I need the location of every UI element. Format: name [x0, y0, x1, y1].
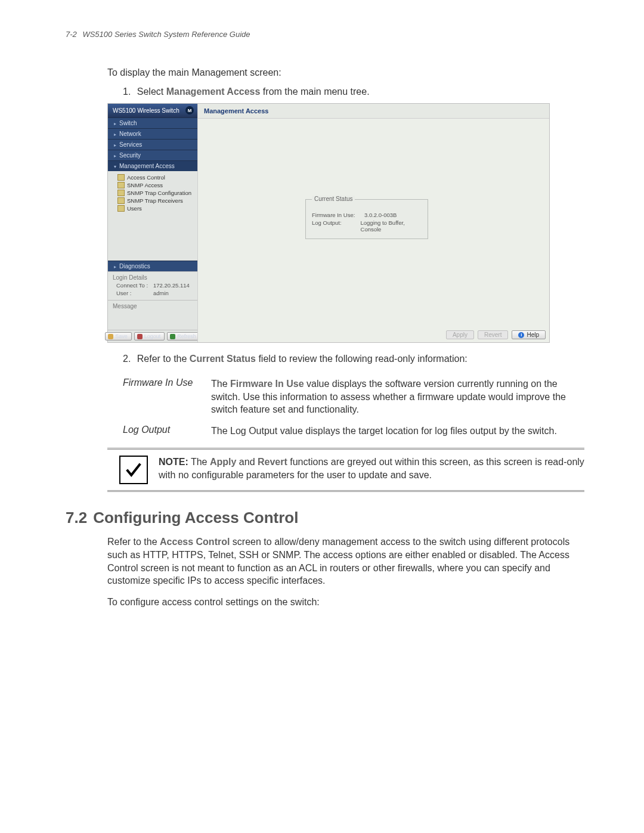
- save-button[interactable]: Save: [105, 332, 132, 340]
- user-value: admin: [153, 290, 169, 296]
- note-text: NOTE: The Apply and Revert functions are…: [159, 456, 584, 481]
- sidebar-item-switch[interactable]: Switch: [108, 117, 197, 128]
- content-pane: Management Access Current Status Firmwar…: [197, 104, 549, 342]
- revert-button: Revert: [478, 330, 508, 339]
- step-2-pre: Refer to the: [137, 354, 190, 364]
- section-para-bold: Access Control: [160, 537, 230, 547]
- status-legend: Current Status: [312, 196, 355, 202]
- sidebar-item-diagnostics[interactable]: Diagnostics: [108, 261, 197, 271]
- product-title: WS5100 Wireless Switch: [113, 107, 179, 114]
- section-paragraph-1: Refer to the Access Control screen to al…: [107, 535, 584, 587]
- sidebar-button-row: Save Logout Refresh: [108, 330, 197, 342]
- def-firmware-term: Firmware In Use: [123, 377, 205, 416]
- sidebar-item-network[interactable]: Network: [108, 128, 197, 139]
- tree-item-snmp-trap-receivers[interactable]: SNMP Trap Receivers: [112, 197, 194, 205]
- help-label: Help: [527, 332, 539, 338]
- logout-button[interactable]: Logout: [134, 332, 165, 340]
- tree-item-snmp-trap-config[interactable]: SNMP Trap Configuration: [112, 189, 194, 197]
- product-title-bar: WS5100 Wireless Switch M: [108, 104, 197, 117]
- intro-text: To display the main Management screen:: [107, 67, 584, 78]
- content-button-row: Apply Revert iHelp: [446, 330, 546, 339]
- folder-icon: [117, 182, 125, 188]
- logout-label: Logout: [144, 333, 161, 339]
- section-number: 7.2: [66, 509, 87, 527]
- logout-icon: [137, 334, 143, 339]
- connect-to-value: 172.20.25.114: [153, 282, 190, 289]
- step-1-number: 1.: [123, 86, 131, 97]
- step-2-number: 2.: [123, 354, 131, 364]
- folder-icon: [117, 197, 125, 204]
- note-revert: Revert: [258, 457, 287, 467]
- tree-item-snmp-access[interactable]: SNMP Access: [112, 181, 194, 189]
- save-label: Save: [115, 333, 128, 339]
- message-panel: Message: [108, 300, 197, 330]
- sidebar-item-services[interactable]: Services: [108, 139, 197, 150]
- step-2: 2. Refer to the Current Status field to …: [123, 354, 584, 364]
- current-status-box: Current Status Firmware In Use: 3.0.2.0-…: [305, 199, 428, 239]
- content-title: Management Access: [198, 104, 549, 119]
- note-lead: NOTE:: [159, 457, 188, 467]
- user-label: User :: [116, 290, 150, 296]
- brand-logo-icon: M: [185, 106, 194, 114]
- log-output-value: Logging to Buffer, Console: [361, 219, 422, 233]
- folder-icon: [117, 174, 125, 181]
- def-logoutput-value: The Log Output value displays the target…: [211, 425, 584, 438]
- step-1-post: from the main menu tree.: [260, 86, 369, 97]
- step-1: 1. Select Management Access from the mai…: [123, 86, 584, 97]
- refresh-label: Refresh: [177, 333, 196, 339]
- def-firmware-bold: Firmware In Use: [230, 379, 304, 389]
- sidebar-item-management-access[interactable]: Management Access: [108, 160, 197, 171]
- save-icon: [108, 334, 113, 339]
- apply-button: Apply: [446, 330, 474, 339]
- step-1-bold: Management Access: [166, 86, 261, 97]
- app-window: WS5100 Wireless Switch M Switch Network …: [107, 103, 550, 343]
- info-icon: i: [518, 332, 524, 338]
- firmware-label: Firmware In Use:: [312, 212, 358, 218]
- log-output-label: Log Output:: [312, 219, 355, 233]
- def-firmware-value: The Firmware In Use value displays the s…: [211, 377, 584, 416]
- page-number: 7-2: [66, 30, 77, 39]
- step-1-pre: Select: [137, 86, 166, 97]
- section-heading: 7.2Configuring Access Control: [66, 509, 584, 527]
- tree-item-access-control[interactable]: Access Control: [112, 174, 194, 181]
- folder-icon: [117, 190, 125, 196]
- sidebar-item-security[interactable]: Security: [108, 150, 197, 160]
- sidebar-tree: Access Control SNMP Access SNMP Trap Con…: [108, 171, 197, 216]
- note-apply: Apply: [210, 457, 236, 467]
- section-title: Configuring Access Control: [93, 509, 298, 527]
- login-details-title: Login Details: [113, 274, 193, 281]
- definition-table: Firmware In Use The Firmware In Use valu…: [123, 377, 584, 437]
- tree-label: SNMP Trap Configuration: [127, 190, 191, 196]
- tree-label: SNMP Trap Receivers: [127, 197, 183, 204]
- help-button[interactable]: iHelp: [512, 330, 546, 339]
- running-header: 7-2 WS5100 Series Switch System Referenc…: [66, 30, 584, 39]
- refresh-button[interactable]: Refresh: [167, 332, 200, 340]
- sidebar: WS5100 Wireless Switch M Switch Network …: [108, 104, 197, 342]
- step-2-bold: Current Status: [190, 354, 256, 364]
- note-box: NOTE: The Apply and Revert functions are…: [107, 448, 584, 492]
- doc-title: WS5100 Series Switch System Reference Gu…: [82, 30, 250, 39]
- section-paragraph-2: To configure access control settings on …: [107, 596, 584, 609]
- tree-label: Access Control: [127, 174, 165, 181]
- tree-label: SNMP Access: [127, 182, 163, 188]
- folder-icon: [117, 205, 125, 212]
- refresh-icon: [170, 334, 175, 339]
- tree-item-users[interactable]: Users: [112, 205, 194, 212]
- tree-label: Users: [127, 205, 142, 212]
- def-logoutput-term: Log Output: [123, 425, 205, 438]
- connect-to-label: Connect To :: [116, 282, 150, 289]
- message-title: Message: [113, 303, 137, 309]
- step-2-post: field to review the following read-only …: [256, 354, 467, 364]
- checkmark-icon: [119, 456, 148, 484]
- firmware-value: 3.0.2.0-003B: [364, 212, 397, 218]
- login-details-panel: Login Details Connect To : 172.20.25.114…: [108, 271, 197, 300]
